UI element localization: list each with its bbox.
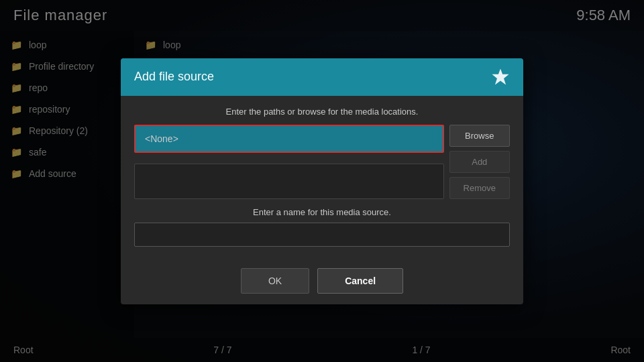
modal-overlay: Add file source Enter the paths or brows… [0, 0, 644, 362]
cancel-button[interactable]: Cancel [317, 268, 403, 294]
name-section: Enter a name for this media source. [134, 207, 510, 247]
path-area: Browse Add Remove [134, 125, 510, 199]
add-file-source-dialog: Add file source Enter the paths or brows… [121, 58, 523, 304]
sources-list [134, 164, 444, 199]
browse-button[interactable]: Browse [449, 125, 510, 147]
modal-path-description: Enter the paths or browse for the media … [134, 107, 510, 117]
svg-marker-0 [492, 68, 508, 84]
modal-body: Enter the paths or browse for the media … [121, 96, 523, 257]
name-description: Enter a name for this media source. [134, 207, 510, 217]
ok-button[interactable]: OK [241, 268, 309, 294]
add-button[interactable]: Add [449, 151, 510, 173]
modal-footer: OK Cancel [121, 257, 523, 304]
modal-title: Add file source [134, 70, 214, 84]
kodi-logo-icon [491, 68, 510, 86]
path-input[interactable] [134, 125, 444, 153]
path-button-group: Browse Add Remove [449, 125, 510, 199]
path-row [134, 125, 444, 153]
remove-button[interactable]: Remove [449, 177, 510, 199]
modal-header: Add file source [121, 58, 523, 96]
source-name-input[interactable] [134, 223, 510, 247]
